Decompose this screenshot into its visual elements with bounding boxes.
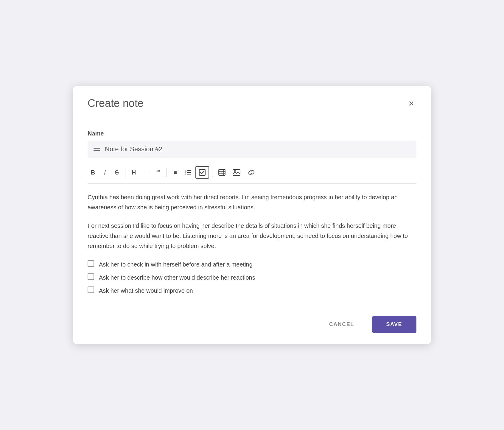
hr-button[interactable]: — <box>140 167 152 178</box>
editor-area[interactable]: Cynthia has been doing great work with h… <box>88 192 416 305</box>
close-button[interactable]: × <box>406 97 416 109</box>
bold-button[interactable]: B <box>88 167 98 178</box>
checklist: Ask her to check in with herself before … <box>88 259 416 296</box>
editor-paragraph-2: For next session I'd like to focus on ha… <box>88 221 416 251</box>
ordered-list-button[interactable]: 1. 2. 3. <box>182 167 194 178</box>
quote-button[interactable]: ““ <box>153 167 164 178</box>
svg-rect-7 <box>219 169 225 175</box>
checklist-checkbox[interactable] <box>88 273 94 280</box>
checklist-checkbox[interactable] <box>88 260 94 267</box>
name-label: Name <box>88 130 416 137</box>
italic-button[interactable]: I <box>99 167 110 178</box>
table-button[interactable] <box>215 167 228 178</box>
drag-handle-icon <box>94 148 100 151</box>
editor-paragraph-1: Cynthia has been doing great work with h… <box>88 192 416 212</box>
toolbar-divider-2 <box>167 168 167 177</box>
checklist-item-text: Ask her to check in with herself before … <box>99 259 253 269</box>
checklist-item-text: Ask her to describe how other would desc… <box>99 272 255 283</box>
name-input[interactable] <box>105 145 410 153</box>
checklist-item: Ask her to describe how other would desc… <box>88 272 416 283</box>
checklist-item: Ask her to check in with herself before … <box>88 259 416 269</box>
bullet-list-button[interactable]: ≡ <box>170 167 181 178</box>
svg-text:3.: 3. <box>185 173 186 175</box>
name-input-wrapper <box>88 141 416 158</box>
create-note-modal: Create note × Name B I S H — ““ ≡ <box>73 86 431 344</box>
toolbar-divider-3 <box>212 168 212 177</box>
checklist-item: Ask her what she would improve on <box>88 286 416 296</box>
modal-footer: CANCEL SAVE <box>73 305 431 344</box>
task-list-button[interactable] <box>195 166 209 179</box>
svg-point-13 <box>234 171 236 172</box>
modal-title: Create note <box>88 97 144 110</box>
link-button[interactable] <box>245 167 258 178</box>
svg-rect-12 <box>233 169 240 175</box>
checklist-checkbox[interactable] <box>88 286 94 293</box>
toolbar-divider-1 <box>125 168 125 177</box>
strikethrough-button[interactable]: S <box>111 167 122 178</box>
heading-button[interactable]: H <box>128 167 139 178</box>
modal-body: Name B I S H — ““ ≡ 1. 2. <box>73 118 431 305</box>
checklist-item-text: Ask her what she would improve on <box>99 286 193 296</box>
editor-toolbar: B I S H — ““ ≡ 1. 2. 3. <box>88 166 416 184</box>
save-button[interactable]: SAVE <box>372 316 416 333</box>
modal-header: Create note × <box>73 86 431 118</box>
image-button[interactable] <box>230 167 243 178</box>
cancel-button[interactable]: CANCEL <box>317 316 366 333</box>
